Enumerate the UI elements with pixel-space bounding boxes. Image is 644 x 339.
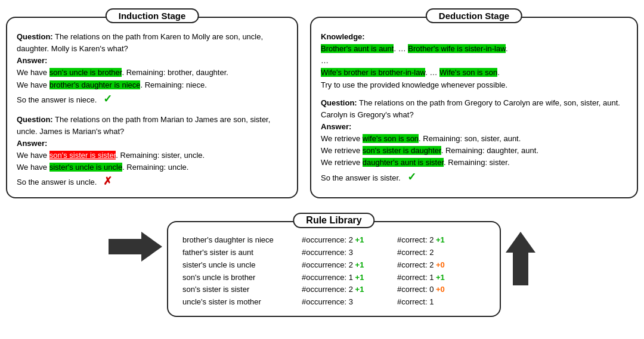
deduction-q1-label: Question: — [321, 98, 357, 107]
deduction-k4: Try to use the provided knowledge whenev… — [321, 80, 507, 89]
induction-panel: Induction Stage Question: The relations … — [6, 17, 298, 198]
rule-occur-delta-1: +1 — [355, 235, 364, 244]
induction-q1-text: The relations on the path from Karen to … — [17, 32, 263, 53]
deduction-q1-line1: We retrieve wife's son is son. Remaining… — [321, 134, 521, 143]
induction-title: Induction Stage — [106, 8, 199, 23]
rule-row-3: sister's uncle is uncle #occurrence: 2 +… — [182, 259, 485, 272]
deduction-content: Knowledge: Brother's aunt is aunt. … Bro… — [321, 31, 627, 185]
deduction-k3-h2: Wife's son is son — [439, 68, 497, 77]
rule-occur-delta-4: +1 — [355, 273, 364, 282]
deduction-q1: Question: The relations on the path from… — [321, 97, 627, 186]
induction-q2-label: Question: — [17, 115, 53, 124]
arrow-to-rule-library — [109, 232, 162, 262]
deduction-k1: Brother's aunt is aunt. … Brother's wife… — [321, 44, 508, 53]
deduction-k1-h1: Brother's aunt is aunt — [321, 44, 394, 53]
svg-marker-0 — [109, 232, 162, 262]
rule-correct-5: #correct: 0 +0 — [397, 284, 481, 296]
deduction-q1-h2: son's sister is daughter — [363, 146, 441, 155]
deduction-k3-h1: Wife's brother is brother-in-law — [321, 68, 425, 77]
rule-row-6: uncle's sister is mother #occurrence: 3 … — [182, 296, 485, 309]
rule-correct-delta-5: +0 — [436, 285, 445, 294]
rule-name-3: sister's uncle is uncle — [182, 259, 302, 272]
deduction-q1-line2: We retrieve son's sister is daughter. Re… — [321, 146, 538, 155]
rule-correct-delta-4: +1 — [436, 273, 445, 282]
rule-name-6: uncle's sister is mother — [182, 296, 302, 309]
induction-q2-line3: So the answer is uncle. ✗ — [17, 178, 112, 186]
rule-row-4: son's uncle is brother #occurrence: 1 +1… — [182, 272, 485, 284]
induction-content: Question: The relations on the path from… — [17, 31, 287, 190]
rule-row-2: father's sister is aunt #occurrence: 3 #… — [182, 247, 485, 259]
induction-q2-cross: ✗ — [103, 175, 112, 187]
induction-q1: Question: The relations on the path from… — [17, 31, 287, 108]
rule-row-1: brother's daughter is niece #occurrence:… — [182, 234, 485, 247]
induction-q2: Question: The relations on the path from… — [17, 114, 287, 191]
deduction-q1-check: ✓ — [407, 171, 416, 183]
deduction-q1-h1: wife's son is son — [363, 134, 419, 143]
deduction-panel: Deduction Stage Knowledge: Brother's aun… — [310, 17, 638, 198]
rule-occur-delta-5: +1 — [355, 285, 364, 294]
rule-occur-1: #occurrence: 2 +1 — [302, 234, 397, 247]
induction-q2-line1: We have son's sister is sister. Remainin… — [17, 151, 205, 160]
induction-q2-h1: son's sister is sister — [49, 151, 116, 160]
deduction-title: Deduction Stage — [426, 8, 522, 23]
induction-q1-label: Question: — [17, 32, 53, 41]
svg-marker-1 — [506, 232, 535, 285]
deduction-k2: … — [321, 56, 329, 65]
induction-q1-line1: We have son's uncle is brother. Remainin… — [17, 68, 228, 77]
induction-q1-answer-label: Answer: — [17, 56, 47, 65]
rule-library-title: Rule Library — [293, 213, 374, 228]
rule-correct-2: #correct: 2 — [397, 247, 481, 259]
induction-q2-h2: sister's uncle is uncle — [49, 163, 122, 172]
induction-q1-check: ✓ — [103, 93, 112, 105]
rule-occur-5: #occurrence: 2 +1 — [302, 284, 397, 296]
rule-correct-delta-3: +0 — [436, 260, 445, 269]
rule-occur-3: #occurrence: 2 +1 — [302, 259, 397, 272]
rule-row-5: son's sister is sister #occurrence: 2 +1… — [182, 284, 485, 296]
rule-name-5: son's sister is sister — [182, 284, 302, 296]
deduction-q1-answer-label: Answer: — [321, 122, 351, 131]
induction-q2-text: The relations on the path from Marian to… — [17, 115, 270, 136]
rule-library-panel: Rule Library brother's daughter is niece… — [167, 221, 501, 317]
rule-name-2: father's sister is aunt — [182, 247, 302, 259]
arrow-from-rule-library — [506, 232, 535, 285]
rule-name-4: son's uncle is brother — [182, 272, 302, 284]
induction-q1-h1: son's uncle is brother — [49, 68, 122, 77]
rule-table: brother's daughter is niece #occurrence:… — [182, 234, 485, 309]
bottom-row: Rule Library brother's daughter is niece… — [6, 210, 638, 317]
deduction-k1-h2: Brother's wife is sister-in-law — [408, 44, 506, 53]
induction-q1-line2: We have brother's daughter is niece. Rem… — [17, 80, 207, 89]
deduction-k3: Wife's brother is brother-in-law. … Wife… — [321, 68, 500, 77]
rule-correct-delta-1: +1 — [436, 235, 445, 244]
induction-q1-line3: So the answer is niece. ✓ — [17, 95, 112, 104]
induction-q2-answer-label: Answer: — [17, 139, 47, 148]
deduction-knowledge-label: Knowledge: — [321, 32, 365, 41]
rule-correct-6: #correct: 1 — [397, 296, 481, 309]
rule-correct-3: #correct: 2 +0 — [397, 259, 481, 272]
rule-correct-1: #correct: 2 +1 — [397, 234, 481, 247]
rule-occur-6: #occurrence: 3 — [302, 296, 397, 309]
rule-occur-delta-3: +1 — [355, 260, 364, 269]
rule-occur-4: #occurrence: 1 +1 — [302, 272, 397, 284]
rule-occur-2: #occurrence: 3 — [302, 247, 397, 259]
induction-q1-h2: brother's daughter is niece — [49, 80, 141, 89]
deduction-q1-text: The relations on the path from Gregory t… — [321, 98, 620, 119]
top-row: Induction Stage Question: The relations … — [6, 6, 638, 198]
deduction-q1-h3: daughter's aunt is sister — [363, 158, 444, 167]
rule-correct-4: #correct: 1 +1 — [397, 272, 481, 284]
deduction-q1-line3: We retrieve daughter's aunt is sister. R… — [321, 158, 510, 167]
deduction-q1-line4: So the answer is sister. ✓ — [321, 173, 416, 182]
induction-q2-line2: We have sister's uncle is uncle. Remaini… — [17, 163, 188, 172]
rule-name-1: brother's daughter is niece — [182, 234, 302, 247]
